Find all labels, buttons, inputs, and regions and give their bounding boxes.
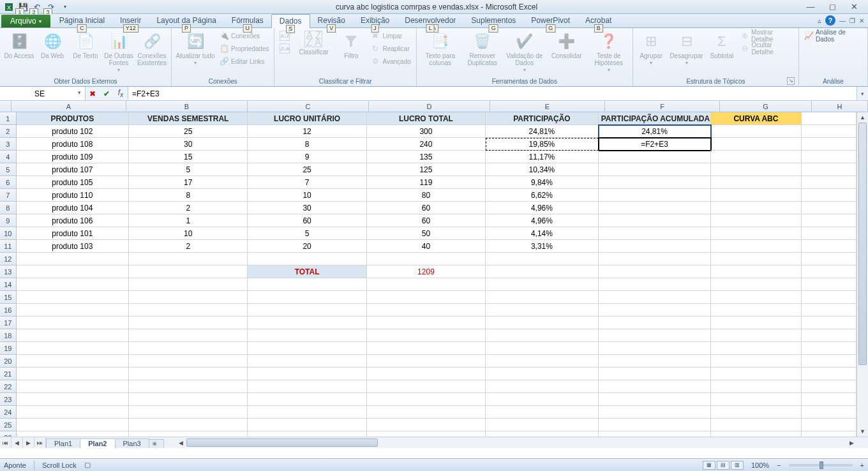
row-header[interactable]: 8: [0, 202, 17, 214]
cell-E3[interactable]: 19,85%: [486, 138, 599, 151]
sheet-tab-plan3[interactable]: Plan3: [115, 438, 149, 448]
cell-D7[interactable]: 80: [367, 189, 486, 202]
cell-C4[interactable]: 9: [248, 151, 366, 163]
cell-G2[interactable]: [711, 125, 801, 138]
zoom-out-icon[interactable]: −: [777, 461, 781, 469]
cell-C13[interactable]: TOTAL: [248, 265, 366, 278]
cell-C14[interactable]: [248, 278, 366, 291]
cell-B12[interactable]: [129, 253, 248, 265]
cell-G5[interactable]: [711, 163, 801, 176]
sheet-tab-plan2[interactable]: Plan2: [80, 438, 115, 448]
refresh-all-button[interactable]: 🔄Atualizar tudo▾: [176, 29, 215, 66]
row-header[interactable]: 11: [0, 240, 17, 253]
cell-H19[interactable]: [802, 342, 857, 355]
cell-C18[interactable]: [248, 329, 366, 342]
cell-G21[interactable]: [711, 368, 801, 380]
filter-button[interactable]: Filtro: [336, 29, 366, 59]
cell-D26[interactable]: [367, 431, 486, 437]
scroll-thumb[interactable]: [858, 123, 867, 365]
cell-F3[interactable]: =F2+E3: [599, 138, 712, 151]
tab-fórmulas[interactable]: FórmulasU: [224, 14, 271, 27]
cell-F2[interactable]: 24,81%: [599, 125, 712, 138]
cell-A26[interactable]: [17, 431, 130, 437]
column-header-A[interactable]: A: [11, 101, 126, 112]
page-layout-view-button[interactable]: ▤: [717, 461, 730, 470]
cell-C23[interactable]: [248, 393, 366, 406]
cell-H20[interactable]: [802, 355, 857, 368]
cell-D9[interactable]: 60: [367, 214, 486, 227]
sheet-last-icon[interactable]: ⏭: [34, 437, 46, 448]
row-header[interactable]: 4: [0, 151, 17, 163]
cell-G15[interactable]: [711, 291, 801, 304]
row-header[interactable]: 6: [0, 176, 17, 189]
cell-F22[interactable]: [599, 380, 712, 393]
cell-H2[interactable]: [802, 125, 857, 138]
cell-G26[interactable]: [711, 431, 801, 437]
cell-F4[interactable]: [599, 151, 712, 163]
cell-F18[interactable]: [599, 329, 712, 342]
cell-A7[interactable]: produto 110: [17, 189, 130, 202]
cell-C7[interactable]: 10: [248, 189, 366, 202]
cell-G16[interactable]: [711, 304, 801, 317]
cell-G12[interactable]: [711, 253, 801, 265]
cell-D16[interactable]: [367, 304, 486, 317]
consolidate-button[interactable]: ➕Consolidar: [547, 29, 587, 59]
cell-D25[interactable]: [367, 419, 486, 431]
cell-B7[interactable]: 8: [129, 189, 248, 202]
cell-E10[interactable]: 4,14%: [486, 227, 599, 240]
cell-D17[interactable]: [367, 317, 486, 329]
cell-D15[interactable]: [367, 291, 486, 304]
data-validation-button[interactable]: ✔️Validação de Dados▾: [505, 29, 544, 73]
cell-G22[interactable]: [711, 380, 801, 393]
close-button[interactable]: ✕: [845, 1, 863, 13]
cell-E22[interactable]: [486, 380, 599, 393]
cell-C11[interactable]: 20: [248, 240, 366, 253]
cell-D11[interactable]: 40: [367, 240, 486, 253]
column-header-C[interactable]: C: [248, 101, 369, 112]
cell-D2[interactable]: 300: [367, 125, 486, 138]
cell-F9[interactable]: [599, 214, 712, 227]
cell-F14[interactable]: [599, 278, 712, 291]
cell-E25[interactable]: [486, 419, 599, 431]
horizontal-scrollbar[interactable]: ◀ ▶: [176, 437, 868, 448]
cell-G9[interactable]: [711, 214, 801, 227]
cell-A6[interactable]: produto 105: [17, 176, 130, 189]
cell-C17[interactable]: [248, 317, 366, 329]
cell-A18[interactable]: [17, 329, 130, 342]
group-button[interactable]: ⊞Agrupar▾: [637, 29, 666, 66]
cell-C12[interactable]: [248, 253, 366, 265]
cell-G14[interactable]: [711, 278, 801, 291]
cell-C21[interactable]: [248, 368, 366, 380]
cancel-formula-icon[interactable]: ✖: [86, 87, 100, 100]
properties-button[interactable]: 📋Propriedades: [218, 42, 270, 55]
cell-D13[interactable]: 1209: [367, 265, 486, 278]
show-detail-button[interactable]: ⊕Mostrar Detalhe: [738, 29, 795, 42]
ungroup-button[interactable]: ⊟Desagrupar▾: [668, 29, 705, 66]
cell-C5[interactable]: 25: [248, 163, 366, 176]
tab-exibição[interactable]: ExibiçãoJ: [353, 14, 397, 27]
cell-A10[interactable]: produto 101: [17, 227, 130, 240]
scroll-up-icon[interactable]: ▲: [857, 112, 868, 123]
sheet-tab-plan1[interactable]: Plan1: [46, 438, 80, 448]
cell-H17[interactable]: [802, 317, 857, 329]
row-header[interactable]: 17: [0, 317, 17, 329]
cell-D1[interactable]: LUCRO TOTAL: [367, 112, 486, 125]
cell-F6[interactable]: [599, 176, 712, 189]
cell-H10[interactable]: [802, 227, 857, 240]
formula-bar-expand-icon[interactable]: ▾: [857, 87, 868, 100]
row-header[interactable]: 26: [0, 431, 17, 437]
cell-F24[interactable]: [599, 406, 712, 419]
column-header-D[interactable]: D: [369, 101, 490, 112]
cell-B10[interactable]: 10: [129, 227, 248, 240]
row-header[interactable]: 7: [0, 189, 17, 202]
column-header-H[interactable]: H: [812, 101, 868, 112]
scroll-down-icon[interactable]: ▼: [857, 426, 868, 437]
cell-G8[interactable]: [711, 202, 801, 214]
cell-F23[interactable]: [599, 393, 712, 406]
cell-C10[interactable]: 5: [248, 227, 366, 240]
cell-E26[interactable]: [486, 431, 599, 437]
row-header[interactable]: 15: [0, 291, 17, 304]
cell-A17[interactable]: [17, 317, 130, 329]
cell-C6[interactable]: 7: [248, 176, 366, 189]
data-analysis-button[interactable]: 📈Análise de Dados: [803, 29, 864, 42]
